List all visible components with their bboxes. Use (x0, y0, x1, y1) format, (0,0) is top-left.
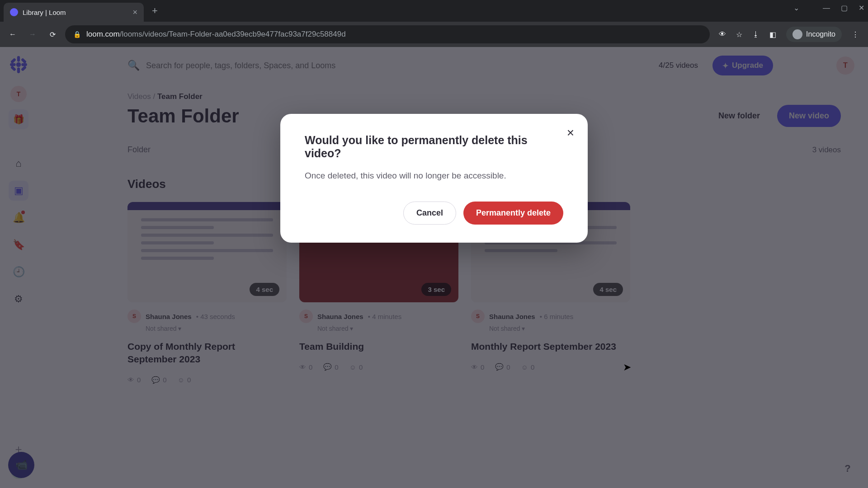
modal-body: Once deleted, this video will no longer … (305, 171, 563, 181)
kebab-menu-icon[interactable]: ⋮ (852, 30, 859, 39)
window-controls: ⌄ — ▢ ✕ (793, 4, 864, 12)
lock-icon: 🔒 (73, 31, 81, 38)
loom-favicon-icon (10, 8, 18, 16)
tab-title: Library | Loom (23, 9, 128, 16)
reload-button[interactable]: ⟳ (45, 27, 60, 42)
close-tab-icon[interactable]: × (132, 8, 137, 17)
cancel-button[interactable]: Cancel (403, 202, 456, 225)
address-bar[interactable]: 🔒 loom.com/looms/videos/Team-Folder-aa0e… (65, 25, 710, 43)
permanently-delete-button[interactable]: Permanently delete (463, 202, 563, 225)
close-modal-button[interactable]: × (567, 126, 574, 140)
browser-chrome: Library | Loom × + ⌄ — ▢ ✕ ← → ⟳ 🔒 loom.… (0, 0, 868, 47)
url-text: loom.com/looms/videos/Team-Folder-aa0ed3… (86, 30, 346, 39)
browser-tab[interactable]: Library | Loom × (4, 3, 144, 22)
maximize-icon[interactable]: ▢ (841, 4, 848, 12)
bookmark-star-icon[interactable]: ☆ (736, 30, 742, 39)
incognito-label: Incognito (806, 30, 835, 38)
downloads-icon[interactable]: ⭳ (752, 30, 760, 38)
delete-confirm-dialog: × Would you like to permanently delete t… (280, 114, 588, 243)
incognito-badge[interactable]: Incognito (786, 27, 842, 42)
modal-overlay[interactable]: × Would you like to permanently delete t… (0, 47, 868, 488)
close-window-icon[interactable]: ✕ (859, 4, 864, 12)
forward-button[interactable]: → (25, 27, 40, 42)
url-bar: ← → ⟳ 🔒 loom.com/looms/videos/Team-Folde… (0, 22, 868, 47)
app-container: T 🎁 ⌂ ▣ 🔔 🔖 🕘 ⚙ + A 🔍 4/25 videos ✦ Upgr… (0, 47, 868, 488)
incognito-icon (793, 29, 802, 39)
modal-actions: Cancel Permanently delete (305, 202, 563, 225)
url-actions: 👁 ☆ ⭳ ◧ Incognito ⋮ (715, 27, 863, 42)
extensions-icon[interactable]: ◧ (769, 30, 776, 39)
back-button[interactable]: ← (5, 27, 20, 42)
new-tab-button[interactable]: + (152, 5, 158, 17)
eye-off-icon[interactable]: 👁 (719, 30, 726, 38)
tab-bar: Library | Loom × + (0, 0, 868, 22)
tab-dropdown-icon[interactable]: ⌄ (793, 4, 799, 12)
modal-title: Would you like to permanently delete thi… (305, 134, 563, 160)
minimize-icon[interactable]: — (823, 4, 830, 12)
